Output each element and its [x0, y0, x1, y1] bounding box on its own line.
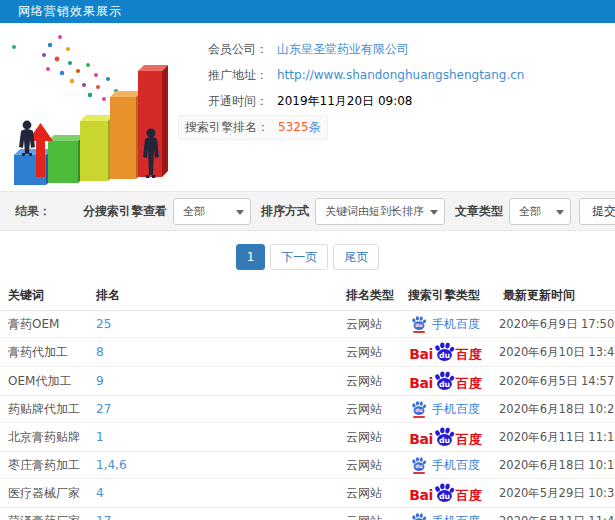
keyword-cell: OEM代加工: [0, 367, 88, 396]
updated-cell: 2020年6月9日 17:50: [495, 311, 615, 338]
article-type-select[interactable]: 全部: [509, 198, 571, 225]
table-row: 枣庄膏药加工 1,4,6 云网站 du 手机百度 2020年6月18日 10:1…: [0, 452, 615, 479]
filter-controls: 分搜索引擎查看 全部 排序方式 关键词由短到长排序 文章类型 全部 提交: [73, 198, 615, 225]
baidu-logo-icon: Bai du 百度: [409, 371, 481, 390]
submit-button[interactable]: 提交: [579, 198, 615, 225]
header-bar: 网络营销效果展示: [0, 0, 615, 23]
member-info-panel: 会员公司： 山东皇圣堂药业有限公司 推广地址： http://www.shand…: [178, 23, 615, 191]
red-underline: [413, 472, 425, 474]
next-page-button[interactable]: 下一页: [270, 244, 328, 270]
member-company-link[interactable]: 山东皇圣堂药业有限公司: [277, 42, 409, 56]
updated-cell: 2020年6月5日 14:57: [495, 367, 615, 396]
svg-text:du: du: [439, 351, 450, 360]
rank-type-cell: 云网站: [338, 508, 400, 520]
engine-rank-row: 搜索引擎排名： 5325条: [178, 114, 615, 140]
open-time-value: 2019年11月20日 09:08: [277, 93, 412, 110]
updated-cell: 2020年5月29日 10:32: [495, 479, 615, 508]
engine-rank-box: 搜索引擎排名： 5325条: [178, 115, 328, 140]
mobile-baidu-label: 手机百度: [432, 402, 480, 416]
keyword-cell: 枣庄膏药加工: [0, 452, 88, 479]
open-time-row: 开通时间： 2019年11月20日 09:08: [178, 88, 615, 114]
baidu-logo-icon: Bai du 百度: [409, 427, 481, 446]
bar-orange: [110, 91, 142, 179]
last-page-button[interactable]: 尾页: [333, 244, 379, 270]
promo-url-link[interactable]: http://www.shandonghuangshengtang.cn: [277, 68, 524, 82]
promo-url-row: 推广地址： http://www.shandonghuangshengtang.…: [178, 62, 615, 88]
chevron-down-icon: [556, 210, 564, 215]
rank-link[interactable]: 25: [96, 317, 111, 331]
table-row: 菏泽膏药厂家 17 云网站 du 手机百度 2020年6月11日 11:40: [0, 508, 615, 520]
engine-filter-label: 分搜索引擎查看: [83, 203, 167, 220]
updated-cell: 2020年6月10日 13:40: [495, 338, 615, 367]
rank-type-cell: 云网站: [338, 423, 400, 452]
rank-link[interactable]: 17: [96, 514, 111, 520]
table-row: 北京膏药贴牌 1 云网站 Bai du 百度 2020年6月11日 11:18: [0, 423, 615, 452]
col-keyword: 关键词: [0, 282, 88, 311]
mobile-baidu-label: 手机百度: [432, 514, 480, 520]
engine-filter-select[interactable]: 全部: [173, 198, 251, 225]
rank-link[interactable]: 1: [96, 430, 104, 444]
keyword-cell: 北京膏药贴牌: [0, 423, 88, 452]
table-row: 药贴牌代加工 27 云网站 du 手机百度 2020年6月18日 10:25: [0, 396, 615, 423]
rank-link[interactable]: 1,4,6: [96, 458, 127, 472]
rank-link[interactable]: 27: [96, 402, 111, 416]
mobile-baidu-label: 手机百度: [432, 458, 480, 472]
info-section: 会员公司： 山东皇圣堂药业有限公司 推广地址： http://www.shand…: [0, 23, 615, 191]
rank-type-cell: 云网站: [338, 452, 400, 479]
article-type-label: 文章类型: [455, 203, 503, 220]
bar-yellow: [80, 115, 114, 181]
col-engine-type: 搜索引擎类型: [400, 282, 495, 311]
growth-bar-chart-illustration: [0, 29, 178, 189]
baidu-logo-icon: Bai du 百度: [409, 342, 481, 361]
engine-rank-unit[interactable]: 条: [309, 119, 321, 136]
engine-rank-count: 5325: [278, 120, 309, 134]
engine-rank-label: 搜索引擎排名：: [179, 119, 269, 136]
svg-text:du: du: [415, 322, 423, 328]
mobile-baidu-icon: du: [411, 457, 427, 474]
rank-type-cell: 云网站: [338, 338, 400, 367]
rank-link[interactable]: 9: [96, 374, 104, 388]
rank-type-cell: 云网站: [338, 479, 400, 508]
mobile-baidu-label: 手机百度: [432, 317, 480, 331]
svg-text:du: du: [439, 492, 450, 501]
updated-cell: 2020年6月11日 11:18: [495, 423, 615, 452]
rank-type-cell: 云网站: [338, 396, 400, 423]
page-1-button[interactable]: 1: [236, 244, 266, 270]
keyword-cell: 菏泽膏药厂家: [0, 508, 88, 520]
bar-blue: [14, 149, 52, 185]
table-header-row: 关键词 排名 排名类型 搜索引擎类型 最新更新时间: [0, 282, 615, 311]
promo-url-label: 推广地址：: [178, 67, 268, 84]
red-underline: [413, 331, 425, 333]
member-company-label: 会员公司：: [178, 41, 268, 58]
svg-text:du: du: [439, 380, 450, 389]
table-row: OEM代加工 9 云网站 Bai du 百度 2020年6月5日 14:57: [0, 367, 615, 396]
rank-type-cell: 云网站: [338, 367, 400, 396]
updated-cell: 2020年6月18日 10:25: [495, 396, 615, 423]
confetti-dots: [12, 35, 124, 103]
svg-text:du: du: [415, 463, 423, 469]
col-updated: 最新更新时间: [495, 282, 615, 311]
result-label: 结果：: [15, 203, 51, 220]
rank-link[interactable]: 8: [96, 345, 104, 359]
keyword-cell: 膏药代加工: [0, 338, 88, 367]
col-rank: 排名: [88, 282, 338, 311]
mobile-baidu-icon: du: [411, 316, 427, 333]
rank-link[interactable]: 4: [96, 486, 104, 500]
svg-text:du: du: [439, 436, 450, 445]
updated-cell: 2020年6月18日 10:19: [495, 452, 615, 479]
baidu-logo-icon: Bai du 百度: [409, 483, 481, 502]
keyword-cell: 药贴牌代加工: [0, 396, 88, 423]
open-time-label: 开通时间：: [178, 93, 268, 110]
chevron-down-icon: [430, 210, 438, 215]
col-rank-type: 排名类型: [338, 282, 400, 311]
table-row: 医疗器械厂家 4 云网站 Bai du 百度 2020年5月29日 10:32: [0, 479, 615, 508]
sort-label: 排序方式: [261, 203, 309, 220]
rank-type-cell: 云网站: [338, 311, 400, 338]
mobile-baidu-icon: du: [411, 513, 427, 520]
mobile-baidu-icon: du: [411, 401, 427, 418]
filter-toolbar: 结果： 分搜索引擎查看 全部 排序方式 关键词由短到长排序 文章类型 全部 提交: [0, 191, 615, 231]
sort-select[interactable]: 关键词由短到长排序: [315, 198, 445, 225]
page-title: 网络营销效果展示: [18, 4, 122, 18]
table-row: 膏药代加工 8 云网站 Bai du 百度 2020年6月10日 13:40: [0, 338, 615, 367]
svg-text:du: du: [415, 407, 423, 413]
